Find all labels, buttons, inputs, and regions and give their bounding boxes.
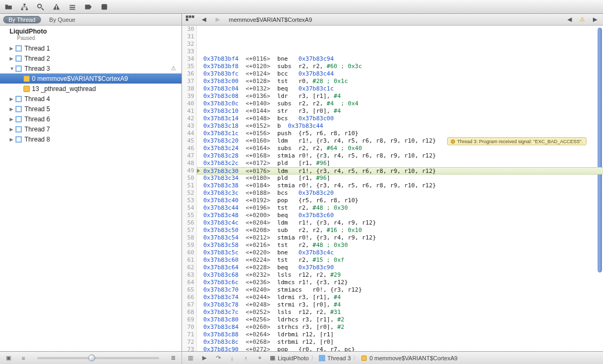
stack-frame-row[interactable]: 0 memmove$VARIANT$CortexA9: [0, 73, 181, 84]
disassembly-view[interactable]: 3031323334353637383940414243444546474849…: [182, 26, 603, 351]
step-out-icon[interactable]: ↑: [242, 355, 250, 361]
asm-line[interactable]: 0x37b83bf4 <+0116> bne 0x37b83c94: [197, 55, 603, 63]
issue-warning-icon[interactable]: ⚠: [577, 15, 587, 24]
asm-line[interactable]: 0x37b83c14 <+0148> bcs 0x37b83c00: [197, 115, 603, 122]
asm-line[interactable]: 0x37b83c60 <+0224> tst r2, #15 ; 0xf: [197, 257, 603, 264]
asm-line[interactable]: 0x37b83c48 <+0200> beq 0x37b83c60: [197, 212, 603, 219]
prev-issue-icon[interactable]: ◀: [565, 15, 574, 24]
thread-icon: [15, 55, 22, 62]
filter-by-thread[interactable]: By Thread: [3, 16, 41, 23]
disclosure-icon[interactable]: ▶: [10, 137, 15, 142]
collapse-icon[interactable]: ≡: [19, 355, 28, 361]
toggle-debug-icon[interactable]: ▥: [186, 354, 195, 361]
svg-rect-18: [16, 97, 21, 101]
outline-icon[interactable]: ▣: [4, 354, 13, 361]
breakpoint-icon[interactable]: [84, 3, 93, 11]
asm-line[interactable]: 0x37b83c3c <+0188> bcs 0x37b83c20: [197, 189, 603, 197]
asm-line[interactable]: 0x37b83c90 <+0272> pop {r0, r4, r7, pc}: [197, 346, 603, 351]
asm-line[interactable]: 0x37b83c58 <+0216> tst r2, #48 ; 0x30: [197, 242, 603, 249]
thread-row[interactable]: ▼Thread 3: [0, 63, 181, 73]
svg-rect-2: [26, 8, 28, 10]
hierarchy-icon[interactable]: [20, 3, 29, 11]
asm-line[interactable]: 0x37b83c04 <+0132> beq 0x37b83c1c: [197, 85, 603, 93]
svg-rect-30: [186, 18, 188, 21]
asm-line[interactable]: 0x37b83c10 <+0144> str r3, [r0], #4: [197, 107, 603, 115]
step-into-icon[interactable]: ↓: [228, 355, 236, 361]
asm-line[interactable]: 0x37b83bfc <+0124> bcc 0x37b83c44: [197, 70, 603, 78]
asm-line[interactable]: 0x37b83c70 <+0240> stmiacs r0!, {r3, r12…: [197, 286, 603, 294]
log-icon[interactable]: [100, 3, 109, 11]
asm-line[interactable]: 0x37b83c1c <+0156> push {r5, r6, r8, r10…: [197, 130, 603, 137]
disclosure-icon[interactable]: ▼: [10, 66, 15, 71]
thread-row[interactable]: ▶Thread 6: [0, 114, 181, 124]
asm-line[interactable]: 0x37b83c50 <+0208> sub r2, r2, #16 ; 0x1…: [197, 227, 603, 234]
disclosure-icon[interactable]: ▶: [10, 127, 15, 132]
disclosure-icon[interactable]: ▶: [10, 96, 15, 102]
stack-frame-row[interactable]: 13 _pthread_wqthread: [0, 84, 181, 94]
asm-line[interactable]: 0x37b83c80 <+0256> ldrhcs r3, [r1], #2: [197, 316, 603, 324]
thread-row[interactable]: ▶Thread 4: [0, 94, 181, 104]
svg-rect-28: [189, 15, 192, 18]
asm-line[interactable]: 0x37b83c6c <+0236> ldmcs r1!, {r3, r12}: [197, 279, 603, 286]
back-icon[interactable]: ◀: [199, 15, 209, 24]
search-icon[interactable]: [36, 3, 45, 11]
asm-line[interactable]: 0x37b83c08 <+0136> ldr r3, [r1], #4: [197, 93, 603, 100]
folder-icon[interactable]: [4, 3, 13, 11]
thread-row[interactable]: ▶Thread 2: [0, 53, 181, 63]
asm-line[interactable]: 0x37b83c54 <+0212> stmia r0!, {r3, r4, r…: [197, 234, 603, 242]
thread-icon: [15, 126, 22, 133]
forward-icon[interactable]: ▶: [213, 15, 222, 24]
svg-rect-10: [102, 4, 108, 10]
process-name[interactable]: LiquidPhoto: [0, 27, 181, 35]
asm-line[interactable]: 0x37b83c20 <+0160> ldm r1!, {r3, r4, r5,…: [197, 137, 603, 145]
detail-slider[interactable]: [37, 357, 159, 359]
asm-line[interactable]: 0x37b83c74 <+0244> ldrmi r3, [r1], #4: [197, 294, 603, 301]
thread-row[interactable]: ▶Thread 5: [0, 104, 181, 114]
asm-line[interactable]: 0x37b83c4c <+0204> ldm r1!, {r3, r4, r9,…: [197, 219, 603, 227]
asm-line[interactable]: 0x37b83c88 <+0264> ldrbmi r12, [r1]: [197, 331, 603, 338]
svg-rect-31: [319, 355, 325, 361]
asm-line[interactable]: 0x37b83c34 <+0180> pld [r1, #96]: [197, 175, 603, 182]
asm-line[interactable]: 0x37b83c78 <+0248> strmi r3, [r0], #4: [197, 301, 603, 309]
disclosure-icon[interactable]: ▶: [10, 117, 15, 122]
debug-icon[interactable]: [68, 3, 77, 11]
disclosure-icon[interactable]: ▶: [10, 56, 15, 61]
breadcrumb-thread: Thread 3: [327, 355, 351, 361]
bottom-bar: ▣ ≡ ≣ ▥ ▶ ↷ ↓ ↑ ⌖ ▦ LiquidPhoto 〉 Thread…: [0, 351, 603, 364]
thread-label: Thread 5: [24, 105, 50, 113]
expand-icon[interactable]: ≣: [169, 354, 177, 361]
thread-row[interactable]: ▶Thread 7: [0, 124, 181, 134]
asm-line[interactable]: 0x37b83c44 <+0196> tst r2, #48 ; 0x30: [197, 204, 603, 212]
asm-line[interactable]: 0x37b83c84 <+0260> strhcs r3, [r0], #2: [197, 324, 603, 331]
filter-by-queue[interactable]: By Queue: [44, 16, 81, 23]
disclosure-icon[interactable]: ▶: [10, 106, 15, 112]
step-over-icon[interactable]: ↷: [214, 354, 222, 361]
asm-line[interactable]: 0x37b83c38 <+0184> stmia r0!, {r3, r4, r…: [197, 182, 603, 189]
svg-rect-0: [23, 3, 26, 5]
asm-line[interactable]: 0x37b83c64 <+0228> beq 0x37b83c90: [197, 264, 603, 271]
asm-line[interactable]: 0x37b83c2c <+0172> pld [r1, #96]: [197, 160, 603, 167]
asm-line[interactable]: 0x37b83c0c <+0140> subs r2, r2, #4 ; 0x4: [197, 100, 603, 107]
thread-row[interactable]: ▶Thread 1: [0, 43, 181, 53]
related-items-icon[interactable]: [185, 15, 195, 24]
asm-line[interactable]: 0x37b83c24 <+0164> subs r2, r2, #64 ; 0x…: [197, 145, 603, 152]
asm-line[interactable]: 0x37b83c7c <+0252> lsls r12, r2, #31: [197, 309, 603, 316]
asm-line[interactable]: 0x37b83bf8 <+0120> subs r2, r2, #60 ; 0x…: [197, 63, 603, 70]
continue-icon[interactable]: ▶: [200, 354, 209, 361]
asm-line[interactable]: 0x37b83c00 <+0128> tst r0, #28 ; 0x1c: [197, 78, 603, 85]
asm-line[interactable]: 0x37b83c68 <+0232> lsls r12, r2, #29: [197, 271, 603, 279]
asm-line[interactable]: 0x37b83c40 <+0192> pop {r5, r6, r8, r10}: [197, 197, 603, 204]
warning-icon[interactable]: [52, 3, 61, 11]
disclosure-icon[interactable]: ▶: [10, 46, 15, 51]
breadcrumb[interactable]: ▦ LiquidPhoto 〉 Thread 3 〉 0 memmove$VAR…: [269, 354, 458, 362]
asm-line[interactable]: 0x37b83c8c <+0268> strbmi r12, [r0]: [197, 338, 603, 346]
frame-label: 0 memmove$VARIANT$CortexA9: [32, 75, 128, 82]
asm-line[interactable]: 0x37b83c30 <+0176> ldm r1!, {r3, r4, r5,…: [197, 167, 603, 175]
svg-rect-20: [16, 107, 21, 111]
asm-line[interactable]: 0x37b83c28 <+0168> stmia r0!, {r3, r4, r…: [197, 152, 603, 160]
asm-line[interactable]: 0x37b83c18 <+0152> b 0x37b83c44: [197, 122, 603, 130]
thread-row[interactable]: ▶Thread 8: [0, 134, 181, 144]
asm-line[interactable]: 0x37b83c5c <+0220> bne 0x37b83c4c: [197, 249, 603, 257]
next-issue-icon[interactable]: ▶: [590, 15, 600, 24]
location-icon[interactable]: ⌖: [255, 354, 264, 361]
